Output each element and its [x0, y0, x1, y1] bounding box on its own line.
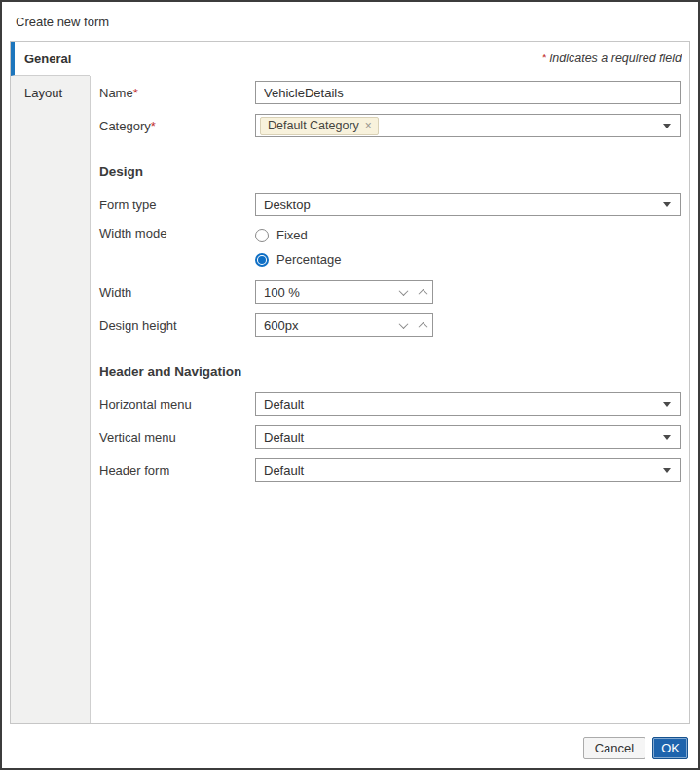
ok-button[interactable]: OK: [652, 737, 688, 759]
vertical-menu-value: Default: [264, 430, 304, 445]
create-form-dialog: Create new form General Layout * indicat…: [0, 0, 700, 770]
required-asterisk: *: [541, 52, 546, 65]
design-height-input[interactable]: [256, 318, 393, 333]
width-spinner-down-button[interactable]: [393, 281, 413, 303]
header-nav-section-title: Header and Navigation: [99, 364, 682, 379]
design-height-row: Design height: [90, 313, 682, 337]
chevron-down-icon: [398, 286, 408, 296]
vertical-menu-row: Vertical menu Default: [90, 425, 682, 449]
tab-layout[interactable]: Layout: [11, 76, 90, 110]
design-height-spinner-down-button[interactable]: [393, 314, 413, 336]
category-multiselect[interactable]: Default Category ×: [255, 114, 681, 137]
width-spinner-up-button[interactable]: [413, 281, 432, 303]
width-mode-row: Width mode Fixed Percentage: [90, 226, 682, 267]
radio-option-percentage[interactable]: Percentage: [255, 252, 342, 267]
category-tag-chip: Default Category ×: [260, 117, 379, 135]
header-form-row: Header form Default: [90, 458, 682, 482]
dialog-footer: Cancel OK: [583, 737, 688, 759]
name-input[interactable]: [255, 81, 681, 104]
tab-panel: General Layout * indicates a required fi…: [10, 41, 690, 724]
width-input[interactable]: [256, 285, 393, 300]
dropdown-caret-icon: [663, 202, 671, 207]
design-height-spinner-up-button[interactable]: [413, 314, 432, 336]
category-row: Category* Default Category ×: [90, 114, 682, 137]
dropdown-caret-icon: [663, 124, 671, 128]
header-form-value: Default: [264, 463, 304, 478]
vertical-menu-label: Vertical menu: [90, 430, 255, 445]
category-tag-label: Default Category: [268, 119, 359, 132]
horizontal-menu-row: Horizontal menu Default: [90, 392, 682, 416]
form-type-row: Form type Desktop: [90, 193, 682, 216]
chevron-down-icon: [398, 319, 408, 329]
design-height-spinner: [255, 313, 433, 337]
tab-layout-label: Layout: [24, 86, 62, 100]
dropdown-caret-icon: [663, 402, 671, 407]
design-section-title: Design: [99, 165, 682, 179]
horizontal-menu-value: Default: [264, 397, 304, 412]
tab-general[interactable]: General: [11, 42, 90, 76]
chevron-up-icon: [418, 288, 427, 298]
design-height-label: Design height: [90, 318, 255, 333]
form-type-label: Form type: [90, 198, 255, 212]
dialog-title: Create new form: [16, 15, 109, 29]
cancel-button[interactable]: Cancel: [583, 737, 645, 759]
required-note-text: indicates a required field: [550, 52, 682, 65]
dropdown-caret-icon: [663, 435, 671, 440]
tab-general-label: General: [24, 52, 71, 66]
width-mode-radio-group: Fixed Percentage: [255, 226, 342, 267]
name-label: Name*: [90, 86, 255, 100]
dropdown-caret-icon: [663, 468, 671, 473]
radio-selected-icon[interactable]: [255, 253, 269, 267]
horizontal-menu-dropdown[interactable]: Default: [255, 392, 681, 416]
chevron-up-icon: [418, 321, 427, 331]
vertical-menu-dropdown[interactable]: Default: [255, 425, 681, 449]
radio-option-fixed[interactable]: Fixed: [255, 228, 342, 242]
radio-percentage-label: Percentage: [276, 252, 342, 267]
width-spinner: [255, 280, 433, 304]
name-required-asterisk: *: [133, 86, 138, 100]
general-tab-content: * indicates a required field Name* Categ…: [90, 42, 689, 723]
horizontal-menu-label: Horizontal menu: [90, 397, 255, 412]
name-row: Name*: [90, 81, 682, 104]
chip-remove-icon[interactable]: ×: [365, 120, 372, 131]
form-type-value: Desktop: [264, 198, 311, 212]
form-type-dropdown[interactable]: Desktop: [255, 193, 681, 216]
radio-unselected-icon[interactable]: [255, 229, 269, 242]
width-label: Width: [90, 285, 255, 300]
header-form-dropdown[interactable]: Default: [255, 458, 681, 482]
width-row: Width: [90, 280, 682, 304]
category-required-asterisk: *: [151, 119, 156, 133]
radio-fixed-label: Fixed: [276, 228, 308, 242]
tab-sidebar: General Layout: [11, 42, 90, 723]
sidebar-divider: [90, 76, 91, 723]
width-mode-label: Width mode: [90, 226, 255, 240]
category-label: Category*: [90, 119, 255, 133]
required-field-note: * indicates a required field: [90, 52, 682, 65]
header-form-label: Header form: [90, 463, 255, 478]
